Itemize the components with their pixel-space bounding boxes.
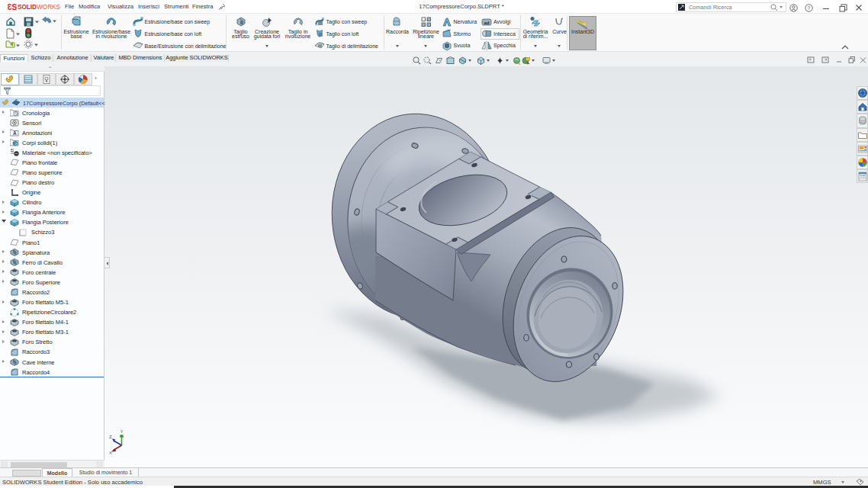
svg-text:A: A — [13, 131, 17, 136]
svg-text:SOLIDWORKS: SOLIDWORKS — [18, 4, 61, 11]
svg-text:ad: ad — [484, 20, 490, 24]
svg-text:Z: Z — [109, 435, 112, 439]
svg-text:Y: Y — [121, 429, 124, 434]
svg-text:?: ? — [807, 5, 810, 11]
svg-text:S: S — [12, 3, 18, 11]
svg-text:3: 3 — [8, 3, 11, 11]
svg-text:X: X — [109, 451, 112, 455]
